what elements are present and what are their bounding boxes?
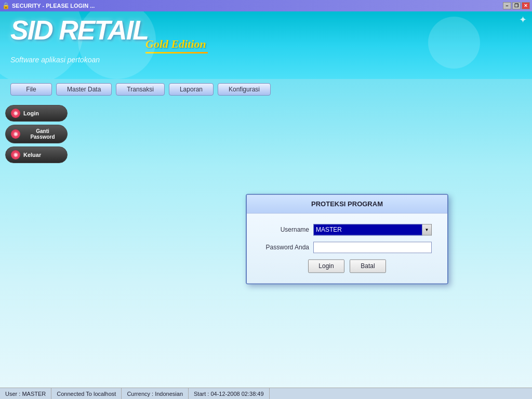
navbar: File Master Data Transaksi Laporan Konfi… [0,79,532,100]
nav-master-data[interactable]: Master Data [56,83,112,96]
username-label: Username [262,226,309,233]
titlebar-controls: − ❐ ✕ [503,2,530,9]
dialog-buttons: Login Batal [262,259,432,273]
titlebar-left: 🔒 SECURITY - PLEASE LOGIN ... [2,2,95,9]
dialog-body: Username ▼ Password Anda Login Batal [247,214,447,283]
app-icon: 🔒 [2,2,10,9]
username-dropdown[interactable]: ▼ [422,224,432,235]
content: ❊ Login ❊ Ganti Password ❊ Keluar PROTEK… [0,100,532,388]
logo-text: SID RETAIL [10,15,148,45]
login-button[interactable]: Login [308,259,344,273]
statusbar: User : MASTER Connected To localhost Cur… [0,388,532,399]
login-sidebar-button[interactable]: ❊ Login [5,105,68,122]
titlebar-title: SECURITY - PLEASE LOGIN ... [12,3,95,9]
nav-file[interactable]: File [10,83,52,96]
main-window: SID RETAIL ✦ ✦ Gold Edition Software apl… [0,11,532,399]
status-connection: Connected To localhost [51,388,122,399]
logo-underline [145,52,208,54]
nav-laporan[interactable]: Laporan [169,83,214,96]
titlebar: 🔒 SECURITY - PLEASE LOGIN ... − ❐ ✕ [0,0,532,11]
logo-subtitle: Software aplikasi pertokoan [10,56,522,64]
logout-icon: ❊ [11,150,20,159]
close-button[interactable]: ✕ [522,2,530,9]
password-input-group [313,242,432,253]
minimize-button[interactable]: − [503,2,511,9]
cancel-button[interactable]: Batal [350,259,386,273]
status-currency: Currency : Indonesian [122,388,189,399]
header: SID RETAIL ✦ ✦ Gold Edition Software apl… [0,11,532,79]
dialog-title: PROTEKSI PROGRAM [247,195,447,214]
status-start-time: Start : 04-12-2008 02:38:49 [189,388,270,399]
restore-button[interactable]: ❐ [512,2,521,9]
username-input-group: ▼ [313,224,432,235]
sidebar: ❊ Login ❊ Ganti Password ❊ Keluar [0,100,73,388]
login-icon: ❊ [11,109,20,118]
password-label: Password Anda [262,244,309,251]
username-row: Username ▼ [262,224,432,235]
change-password-button[interactable]: ❊ Ganti Password [5,125,68,143]
logo-area: SID RETAIL ✦ ✦ Gold Edition Software apl… [10,17,522,64]
logout-button[interactable]: ❊ Keluar [5,147,68,163]
status-user: User : MASTER [0,388,51,399]
username-input[interactable] [313,224,422,235]
password-icon: ❊ [11,129,20,139]
password-input[interactable] [313,242,432,253]
password-row: Password Anda [262,242,432,253]
login-dialog: PROTEKSI PROGRAM Username ▼ Password And… [246,194,448,284]
nav-transaksi[interactable]: Transaksi [116,83,165,96]
nav-konfigurasi[interactable]: Konfigurasi [218,83,271,96]
